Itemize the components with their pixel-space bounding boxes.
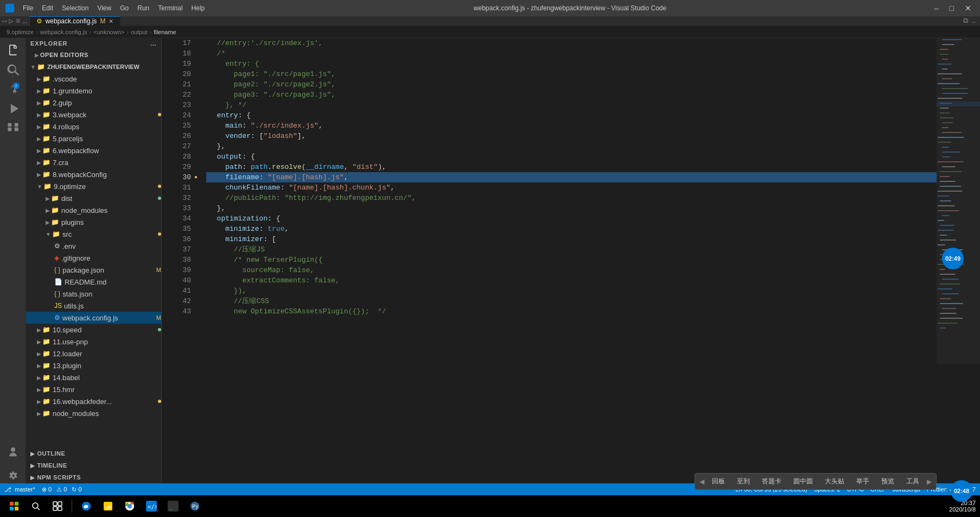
breadcrumb-part-2[interactable]: webpack.config.js bbox=[40, 29, 87, 35]
folder-2gulp[interactable]: ▶ 📁 2.gulp bbox=[26, 97, 161, 109]
taskbar-edge[interactable] bbox=[77, 496, 96, 516]
toolbar-next-icon[interactable]: ▶ bbox=[927, 478, 932, 486]
tab-icon-3[interactable]: ≡ bbox=[16, 17, 20, 26]
taskbar-vscode[interactable]: </> bbox=[142, 496, 161, 516]
folder-16webpackfeder[interactable]: ▶ 📁 16.webpackfeder... bbox=[26, 395, 161, 407]
folder-plugins[interactable]: ▶ 📁 plugins bbox=[26, 216, 161, 228]
taskbar-python[interactable]: Py bbox=[185, 496, 205, 516]
toolbar-btn-datika[interactable]: 答题卡 bbox=[758, 476, 786, 487]
title-bar-menu-selection[interactable]: Selection bbox=[58, 4, 93, 12]
folder-3webpack[interactable]: ▶ 📁 3.webpack bbox=[26, 109, 161, 121]
activity-source-control[interactable]: 7 bbox=[5, 81, 21, 97]
activity-account[interactable] bbox=[5, 444, 21, 459]
toolbar-btn-gongju[interactable]: 工具 bbox=[902, 476, 924, 487]
title-bar-menu-edit[interactable]: Edit bbox=[37, 4, 58, 12]
activity-debug[interactable] bbox=[5, 101, 21, 116]
taskbar-explorer[interactable]: 📁 bbox=[98, 496, 118, 516]
folder-9optimize[interactable]: ▼ 📁 9.optimize bbox=[26, 180, 161, 192]
close-button[interactable]: ✕ bbox=[962, 4, 975, 12]
code-line-22: page3: "./src/page3.js", bbox=[206, 90, 937, 100]
folder-4rollups[interactable]: ▶ 📁 4.rollups bbox=[26, 121, 161, 133]
plugin-label: 13.plugin bbox=[53, 362, 161, 370]
activity-extensions[interactable] bbox=[5, 121, 21, 136]
file-utils-js[interactable]: JS utils.js bbox=[26, 300, 161, 312]
breadcrumb-part-1[interactable]: 9.optimize bbox=[7, 29, 34, 35]
toolbar-btn-huiban[interactable]: 回板 bbox=[708, 476, 729, 487]
folder-13plugin[interactable]: ▶ 📁 13.plugin bbox=[26, 360, 161, 371]
maximize-button[interactable]: □ bbox=[946, 4, 957, 12]
code-line-17: //entry:'./src/index.js', bbox=[206, 38, 937, 48]
babel-icon: 📁 bbox=[42, 374, 50, 381]
toolbar-btn-yulan[interactable]: 预览 bbox=[877, 476, 899, 487]
breadcrumb-part-5[interactable]: filename bbox=[154, 29, 176, 35]
tab-icon-4[interactable]: … bbox=[22, 17, 27, 26]
code-content[interactable]: //entry:'./src/index.js', /* entry: { pa… bbox=[202, 38, 937, 483]
taskbar-search[interactable] bbox=[26, 496, 46, 516]
ln-20: 20 bbox=[182, 69, 191, 79]
toolbar-prev-icon[interactable]: ◀ bbox=[699, 478, 704, 486]
open-editors-section[interactable]: ▶ OPEN EDITORS bbox=[26, 49, 161, 61]
file-stats-json[interactable]: { } stats.json bbox=[26, 288, 161, 300]
outline-header[interactable]: ▶ OUTLINE bbox=[26, 449, 161, 458]
folder-node-modules[interactable]: ▶ 📁 node_modules bbox=[26, 204, 161, 216]
taskbar-taskview[interactable] bbox=[48, 496, 67, 516]
file-package-json[interactable]: { } package.json M bbox=[26, 264, 161, 276]
activity-search[interactable] bbox=[5, 62, 21, 77]
activity-explorer[interactable] bbox=[5, 42, 21, 58]
npm-scripts-header[interactable]: ▶ NPM SCRIPTS bbox=[26, 472, 161, 482]
errors-warnings[interactable]: ⊗ 0 ⚠ 0 ↻ 0 bbox=[42, 486, 82, 493]
file-readme[interactable]: 📄 README.md bbox=[26, 276, 161, 288]
toolbar-btn-zhidao[interactable]: 至到 bbox=[733, 476, 754, 487]
root-folder[interactable]: ▼ 📁 ZHUFENGWEBPACKINTERVIEW bbox=[26, 61, 161, 73]
folder-8webpackconfig[interactable]: ▶ 📁 8.webpackConfig bbox=[26, 168, 161, 180]
tab-icon-2[interactable]: ▷ bbox=[9, 16, 13, 26]
activity-settings[interactable] bbox=[5, 468, 21, 483]
breadcrumb-part-3[interactable]: <unknown> bbox=[93, 29, 124, 35]
file-env[interactable]: ⚙ .env bbox=[26, 240, 161, 252]
folder-11usepnp[interactable]: ▶ 📁 11.use-pnp bbox=[26, 336, 161, 348]
file-webpack-config[interactable]: ⚙ webpack.config.js M bbox=[26, 312, 161, 324]
title-bar-menu-help[interactable]: Help bbox=[187, 4, 209, 12]
minimize-button[interactable]: – bbox=[931, 4, 942, 12]
file-gitignore[interactable]: ◈ .gitignore bbox=[26, 252, 161, 264]
folder-src[interactable]: ▼ 📁 src bbox=[26, 228, 161, 240]
code-line-26: vender: ["lodash"], bbox=[206, 131, 937, 141]
ln-24: 24 bbox=[182, 110, 191, 121]
title-bar-menu-file[interactable]: File bbox=[18, 4, 37, 12]
sidebar-more-icon[interactable]: … bbox=[150, 40, 157, 47]
folder-15hmr[interactable]: ▶ 📁 15.hmr bbox=[26, 383, 161, 395]
tab-icon-1[interactable]: ↔ bbox=[2, 17, 7, 26]
title-bar-menu-go[interactable]: Go bbox=[116, 4, 133, 12]
toolbar-btn-datoutie[interactable]: 大头贴 bbox=[820, 476, 849, 487]
dist-badge bbox=[158, 197, 161, 200]
tab-webpack-config[interactable]: ⚙ webpack.config.js M × bbox=[30, 16, 120, 26]
folder-dist[interactable]: ▶ 📁 dist bbox=[26, 192, 161, 204]
taskbar-start[interactable] bbox=[4, 496, 24, 516]
taskbar-chrome[interactable] bbox=[120, 496, 139, 516]
taskbar-terminal[interactable]: _ bbox=[163, 496, 183, 516]
editor-more-icon[interactable]: … bbox=[971, 17, 976, 25]
folder-6webpackflow[interactable]: ▶ 📁 6.webpackflow bbox=[26, 144, 161, 156]
folder-12loader[interactable]: ▶ 📁 12.loader bbox=[26, 348, 161, 360]
git-branch[interactable]: ⎇ master* bbox=[4, 486, 35, 493]
title-bar-menu-run[interactable]: Run bbox=[133, 4, 154, 12]
title-bar-menu-terminal[interactable]: Terminal bbox=[154, 4, 187, 12]
timeline-header[interactable]: ▶ TIMELINe bbox=[26, 461, 161, 470]
folder-5parceljs[interactable]: ▶ 📁 5.parceljs bbox=[26, 133, 161, 144]
toolbar-btn-jushou[interactable]: 举手 bbox=[852, 476, 874, 487]
folder-10speed[interactable]: ▶ 📁 10.speed bbox=[26, 324, 161, 336]
ln-35: 35 bbox=[182, 224, 191, 234]
title-bar: File Edit Selection View Go Run Terminal… bbox=[0, 0, 980, 16]
folder-1gruntdemo[interactable]: ▶ 📁 1.gruntdemo bbox=[26, 85, 161, 97]
breadcrumb-part-4[interactable]: output bbox=[131, 29, 148, 35]
folder-7cra[interactable]: ▶ 📁 7.cra bbox=[26, 156, 161, 168]
editor-split-icon[interactable]: ⧉ bbox=[963, 17, 968, 25]
folder-vscode[interactable]: ▶ 📁 .vscode bbox=[26, 73, 161, 85]
sidebar-explorer-header[interactable]: EXPLORER … bbox=[26, 38, 161, 49]
toolbar-btn-yuanzhongyuan[interactable]: 圆中圆 bbox=[789, 476, 817, 487]
tab-close-icon[interactable]: × bbox=[109, 17, 113, 26]
folder-node-modules-root[interactable]: ▶ 📁 node_modules bbox=[26, 407, 161, 419]
folder-14babel[interactable]: ▶ 📁 14.babel bbox=[26, 371, 161, 383]
svg-rect-11 bbox=[58, 502, 62, 506]
title-bar-menu-view[interactable]: View bbox=[93, 4, 116, 12]
